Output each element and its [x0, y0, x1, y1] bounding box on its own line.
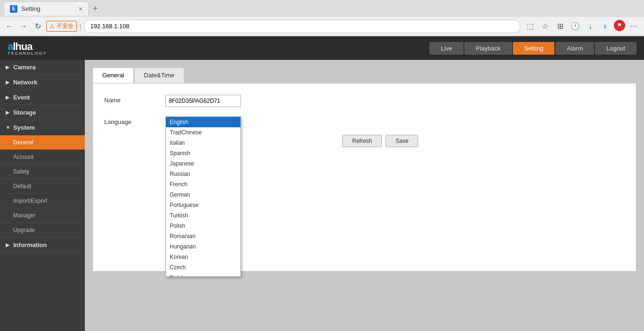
camera-chevron: ▶: [6, 65, 9, 70]
logo: alhua TECHNOLOGY: [8, 41, 47, 56]
nav-live-btn[interactable]: Live: [429, 42, 463, 55]
active-tab[interactable]: E Setting ×: [4, 1, 89, 16]
app-container: alhua TECHNOLOGY Live Playback Setting A…: [0, 36, 644, 331]
edge-btn[interactable]: ε: [599, 20, 612, 33]
event-chevron: ▶: [6, 95, 9, 100]
language-label: Language: [104, 116, 165, 125]
form-buttons: Refresh Save: [342, 135, 625, 147]
toolbar-icons: ⬚ ☆ ⊞ 🕐 ↓ ε ⚑ ⋯: [523, 20, 640, 33]
address-bar: ← → ↻ ⚠ 不安全 | ⬚ ☆ ⊞ 🕐 ↓ ε ⚑ ⋯: [0, 17, 644, 36]
sidebar-item-event[interactable]: ▶ Event: [0, 90, 85, 105]
sidebar-label-upgrade: Upgrade: [13, 227, 35, 233]
panel-tabs: General Date&Time: [92, 67, 636, 83]
header-nav: Live Playback Setting Alarm Logout: [429, 42, 636, 55]
language-option[interactable]: French: [166, 179, 240, 190]
language-option[interactable]: Turkish: [166, 210, 240, 221]
sidebar-item-camera[interactable]: ▶ Camera: [0, 60, 85, 75]
refresh-btn[interactable]: ↻: [32, 21, 43, 32]
sidebar-item-account[interactable]: Account: [0, 150, 85, 165]
language-option[interactable]: Hungarian: [166, 241, 240, 252]
sidebar-item-upgrade[interactable]: Upgrade: [0, 223, 85, 238]
network-chevron: ▶: [6, 80, 9, 85]
url-input[interactable]: [84, 20, 520, 33]
system-chevron: ▼: [6, 125, 10, 130]
sidebar-label-import-export: Import/Export: [13, 198, 47, 204]
language-option[interactable]: Korean: [166, 252, 240, 262]
sidebar: ▶ Camera ▶ Network ▶ Event ▶ Storage ▼ S…: [0, 60, 85, 331]
language-option[interactable]: Japanese: [166, 158, 240, 169]
tab-title: Setting: [21, 5, 40, 12]
storage-chevron: ▶: [6, 110, 9, 115]
main-panel: General Date&Time Name Language EnglishT…: [85, 60, 644, 331]
sidebar-label-camera: Camera: [13, 64, 36, 71]
language-option[interactable]: Polish: [166, 221, 240, 231]
name-row: Name: [104, 95, 625, 107]
history-btn[interactable]: 🕐: [569, 20, 582, 33]
logo-tech: TECHNOLOGY: [8, 51, 47, 56]
security-icon: ⚠: [50, 23, 55, 30]
app-header: alhua TECHNOLOGY Live Playback Setting A…: [0, 36, 644, 60]
tab-general[interactable]: General: [92, 67, 134, 83]
name-label: Name: [104, 95, 165, 104]
sidebar-label-information: Information: [13, 241, 47, 248]
url-separator: |: [80, 23, 81, 30]
sidebar-label-network: Network: [13, 79, 37, 86]
language-option[interactable]: Dutch: [166, 273, 240, 277]
sidebar-label-system: System: [13, 124, 35, 131]
language-option[interactable]: TradChinese: [166, 127, 240, 138]
sidebar-item-manager[interactable]: Manager: [0, 208, 85, 223]
sidebar-label-event: Event: [13, 94, 30, 101]
language-option[interactable]: Romanian: [166, 231, 240, 241]
sidebar-label-default: Default: [13, 183, 31, 190]
security-label: 不安全: [57, 22, 74, 30]
name-input[interactable]: [165, 95, 241, 107]
sidebar-item-import-export[interactable]: Import/Export: [0, 194, 85, 208]
sidebar-label-storage: Storage: [13, 109, 36, 116]
back-btn[interactable]: ←: [4, 21, 15, 32]
language-option[interactable]: Spanish: [166, 148, 240, 158]
more-btn[interactable]: ⋯: [627, 20, 640, 33]
sidebar-item-safety[interactable]: Safety: [0, 165, 85, 179]
sidebar-label-manager: Manager: [13, 212, 35, 219]
nav-setting-btn[interactable]: Setting: [513, 42, 554, 55]
information-chevron: ▶: [6, 242, 9, 248]
logo-text: alhua TECHNOLOGY: [8, 41, 47, 56]
sidebar-item-information[interactable]: ▶ Information: [0, 238, 85, 253]
nav-playback-btn[interactable]: Playback: [464, 42, 512, 55]
sidebar-item-general[interactable]: General: [0, 135, 85, 150]
language-option[interactable]: Russian: [166, 169, 240, 179]
sidebar-item-default[interactable]: Default: [0, 179, 85, 194]
nav-logout-btn[interactable]: Logout: [595, 42, 636, 55]
nav-alarm-btn[interactable]: Alarm: [555, 42, 594, 55]
tab-close-btn[interactable]: ×: [79, 5, 83, 13]
save-btn[interactable]: Save: [386, 135, 418, 147]
tab-favicon: E: [10, 5, 17, 13]
language-option[interactable]: English: [166, 117, 240, 127]
browser-chrome: E Setting × + ← → ↻ ⚠ 不安全 | ⬚ ☆ ⊞ 🕐 ↓ ε …: [0, 0, 644, 36]
bookmark-mgr-btn[interactable]: ⊞: [553, 20, 567, 33]
language-row: Language EnglishTradChineseItalianSpanis…: [104, 116, 625, 125]
language-dropdown-list[interactable]: EnglishTradChineseItalianSpanishJapanese…: [165, 116, 241, 277]
sidebar-item-system[interactable]: ▼ System: [0, 120, 85, 135]
panel-content: Name Language EnglishTradChineseItalianS…: [92, 83, 636, 272]
forward-btn[interactable]: →: [18, 21, 29, 32]
refresh-btn[interactable]: Refresh: [342, 135, 382, 147]
sidebar-label-general: General: [13, 139, 33, 146]
tab-datetime[interactable]: Date&Time: [134, 67, 184, 83]
language-option[interactable]: Portuguese: [166, 200, 240, 210]
sidebar-item-storage[interactable]: ▶ Storage: [0, 105, 85, 120]
sidebar-item-network[interactable]: ▶ Network: [0, 75, 85, 90]
new-tab-btn[interactable]: +: [89, 2, 102, 15]
profile-icon[interactable]: ⚑: [614, 20, 625, 31]
bookmark-btn[interactable]: ☆: [538, 20, 552, 33]
language-option[interactable]: Czech: [166, 262, 240, 273]
language-option[interactable]: German: [166, 190, 240, 200]
sidebar-label-safety: Safety: [13, 168, 29, 175]
tab-bar: E Setting × +: [0, 0, 644, 17]
security-badge: ⚠ 不安全: [46, 21, 77, 32]
sidebar-label-account: Account: [13, 154, 33, 160]
downloads-btn[interactable]: ↓: [584, 20, 597, 33]
content-area: ▶ Camera ▶ Network ▶ Event ▶ Storage ▼ S…: [0, 60, 644, 331]
language-option[interactable]: Italian: [166, 138, 240, 148]
extensions-btn[interactable]: ⬚: [523, 20, 537, 33]
